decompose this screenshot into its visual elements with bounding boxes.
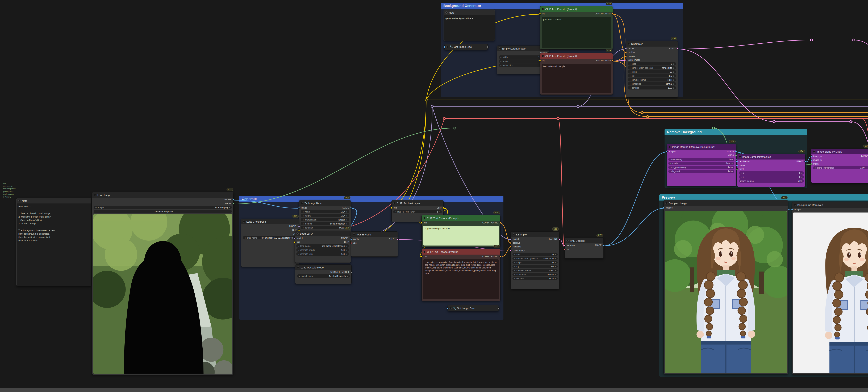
collapse-dot-icon[interactable] <box>669 146 671 148</box>
output-slot-icon[interactable] <box>232 203 235 204</box>
decrement-arrow-icon[interactable]: ◀ <box>302 227 304 229</box>
node-image-resize-widget-height[interactable]: ◀height1024▶ <box>301 214 349 217</box>
node-image-rembg-titlebar[interactable]: Image Rembg (Remove Background) <box>667 144 736 149</box>
input-slot-icon[interactable] <box>350 238 352 240</box>
input-slot[interactable]: image_b <box>811 159 822 161</box>
node-image-resize-widget-condition[interactable]: ◀conditionalways▶ <box>301 226 349 229</box>
node-clip-neg-bg[interactable]: #29CLIP Text Encode (Prompt)clipCONDITIO… <box>540 53 613 95</box>
node-preview-sampled-titlebar[interactable]: Sampled Image <box>664 200 788 206</box>
input-slot-icon[interactable] <box>350 242 352 244</box>
output-slot[interactable]: LATENT <box>668 47 678 50</box>
collapse-dot-icon[interactable] <box>353 233 355 235</box>
node-load-lora[interactable]: #13Load LoRAmodelMODELclipCLIP◀lora_name… <box>294 230 351 263</box>
collapse-dot-icon[interactable] <box>297 232 299 234</box>
increment-arrow-icon[interactable]: ▶ <box>673 79 675 81</box>
reroute-node[interactable] <box>641 111 644 114</box>
decrement-arrow-icon[interactable]: ◀ <box>500 56 501 58</box>
decrement-arrow-icon[interactable]: ◀ <box>629 83 630 85</box>
decrement-arrow-icon[interactable]: ◀ <box>298 245 299 247</box>
decrement-arrow-icon[interactable]: ◀ <box>500 64 501 66</box>
decrement-arrow-icon[interactable]: ◀ <box>302 219 304 221</box>
node-preview-sampled[interactable]: #80Sampled Imageimages <box>663 200 788 374</box>
collapse-dot-icon[interactable] <box>450 307 452 309</box>
input-slot[interactable]: clip <box>422 222 427 224</box>
reroute-node[interactable] <box>646 115 649 118</box>
output-slot[interactable]: IMAGE <box>797 160 805 163</box>
output-slot[interactable]: LATENT <box>549 238 559 240</box>
collapse-dot-icon[interactable] <box>445 11 447 13</box>
output-slot[interactable]: IMAGE <box>861 155 868 158</box>
input-slot-icon[interactable] <box>510 250 512 252</box>
output-slot-icon[interactable] <box>350 271 352 273</box>
input-slot-icon[interactable] <box>421 256 423 257</box>
input-slot-icon[interactable] <box>510 242 512 244</box>
input-slot[interactable]: source <box>737 164 746 166</box>
node-load-image-titlebar[interactable]: Load Image <box>92 192 233 198</box>
node-clip-pos-bg[interactable]: #28CLIP Text Encode (Prompt)clipCONDITIO… <box>540 6 613 50</box>
node-load-lora-widget-lora_name[interactable]: ◀lora_nameadd-detail-xl.safetensors▶ <box>296 244 349 248</box>
node-ksampler-bg-widget-sampler_name[interactable]: ◀sampler_nameeuler▶ <box>627 78 676 82</box>
input-slot-icon[interactable] <box>736 164 738 166</box>
input-slot-icon[interactable] <box>736 161 738 163</box>
node-ksampler-main-widget-sampler_name[interactable]: ◀sampler_nameeuler▶ <box>513 269 558 272</box>
output-slot[interactable]: IMAGE <box>342 206 351 209</box>
node-ksampler-main-widget-steps[interactable]: ◀steps20▶ <box>513 261 558 264</box>
decrement-arrow-icon[interactable]: ◀ <box>298 249 299 251</box>
node-clip-pos-main[interactable]: #14CLIP Text Encode (Prompt)clipCONDITIO… <box>422 215 500 247</box>
node-image-blend-by-mask-widget-blend_percentage[interactable]: ◀blend_percentage1.00▶ <box>813 166 868 169</box>
node-vae-decode-main-titlebar[interactable]: VAE Decode <box>565 238 603 244</box>
increment-arrow-icon[interactable]: ▶ <box>801 172 802 174</box>
node-image-blend-by-mask-titlebar[interactable]: Image Blend by Mask <box>811 149 868 154</box>
node-clip-neg-bg-text[interactable]: text, watermark, people <box>541 64 611 93</box>
input-slot[interactable]: image_a <box>811 155 822 158</box>
increment-arrow-icon[interactable]: ▶ <box>866 167 867 169</box>
increment-arrow-icon[interactable]: ▶ <box>673 67 675 69</box>
decrement-arrow-icon[interactable]: ◀ <box>629 75 630 77</box>
output-slot-icon[interactable] <box>232 199 235 201</box>
output-slot[interactable]: MASK <box>728 154 736 157</box>
node-load-checkpoint-titlebar[interactable]: Load Checkpoint <box>241 219 299 224</box>
output-slot-icon[interactable] <box>612 60 614 62</box>
decrement-arrow-icon[interactable]: ◀ <box>514 258 515 259</box>
node-image-composite-masked[interactable]: #74ImageCompositeMaskeddestinationIMAGEs… <box>737 154 806 187</box>
output-slot-icon[interactable] <box>804 161 806 163</box>
node-ksampler-bg-widget-denoise[interactable]: ◀denoise1.00▶ <box>627 86 676 89</box>
input-slot[interactable]: pixels <box>351 238 359 240</box>
output-slot-icon[interactable] <box>558 238 560 240</box>
increment-arrow-icon[interactable]: ▶ <box>439 211 440 213</box>
input-slot[interactable]: clip <box>295 241 300 243</box>
reroute-node[interactable] <box>849 120 852 123</box>
input-slot[interactable]: samples <box>565 244 575 247</box>
decrement-arrow-icon[interactable]: ◀ <box>244 237 245 239</box>
node-image-rembg-widget-transparency[interactable]: transparencytrue <box>669 158 734 161</box>
output-slot-icon[interactable] <box>612 13 614 15</box>
increment-arrow-icon[interactable]: ▶ <box>732 163 733 164</box>
decrement-arrow-icon[interactable]: ◀ <box>629 79 630 81</box>
increment-arrow-icon[interactable]: ▶ <box>346 249 348 251</box>
input-slot-icon[interactable] <box>663 207 664 209</box>
node-ksampler-bg-widget-scheduler[interactable]: ◀schedulernormal▶ <box>627 82 676 85</box>
increment-arrow-icon[interactable]: ▶ <box>346 245 348 247</box>
reroute-node[interactable] <box>443 117 446 120</box>
input-slot-icon[interactable] <box>625 48 627 50</box>
node-clip-neg-main-titlebar[interactable]: CLIP Text Encode (Prompt) <box>422 249 500 255</box>
collapse-dot-icon[interactable] <box>301 202 303 204</box>
node-load-checkpoint[interactable]: #10Load CheckpointMODELCLIPVAE◀ckpt_name… <box>241 219 299 267</box>
collapse-dot-icon[interactable] <box>794 204 796 206</box>
node-image-composite-masked-widget-y[interactable]: ◀y0▶ <box>739 175 804 178</box>
decrement-arrow-icon[interactable]: ◀ <box>514 270 515 272</box>
decrement-arrow-icon[interactable]: ◀ <box>95 206 96 208</box>
decrement-arrow-icon[interactable]: ◀ <box>514 274 515 275</box>
node-ksampler-bg-widget-control_after_generate[interactable]: ◀control_after_generaterandomize▶ <box>627 66 676 69</box>
input-slot-icon[interactable] <box>294 237 296 239</box>
node-note-instructions-titlebar[interactable]: Note <box>17 198 91 203</box>
output-slot[interactable]: CONDITIONING <box>483 222 500 224</box>
node-load-image-widget-image[interactable]: ◀imageexample.png▶ <box>94 206 232 209</box>
input-slot[interactable]: positive <box>626 51 635 54</box>
increment-arrow-icon[interactable]: ▶ <box>555 274 556 275</box>
reroute-node[interactable] <box>852 38 855 41</box>
output-slot[interactable]: MODEL <box>341 237 351 240</box>
increment-arrow-icon[interactable]: ▶ <box>673 75 675 77</box>
input-slot-icon[interactable] <box>294 241 296 243</box>
node-load-image-widget-choose-file-to-upload[interactable]: choose file to upload <box>94 210 232 213</box>
